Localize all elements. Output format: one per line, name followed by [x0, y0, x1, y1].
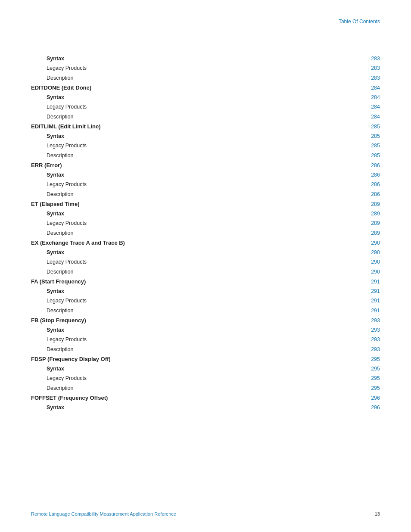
toc-row[interactable]: Syntax285 — [31, 132, 380, 141]
toc-row[interactable]: Syntax286 — [31, 171, 380, 180]
toc-row[interactable]: Description293 — [31, 345, 380, 354]
toc-entry-title: Legacy Products — [31, 296, 87, 305]
toc-entry-page[interactable]: 283 — [368, 54, 380, 63]
toc-row[interactable]: Syntax284 — [31, 93, 380, 102]
toc-row[interactable]: Syntax293 — [31, 326, 380, 335]
toc-entry-page[interactable]: 283 — [368, 74, 380, 83]
toc-row[interactable]: Description289 — [31, 229, 380, 238]
toc-link[interactable]: Table Of Contents — [339, 19, 380, 25]
toc-entry-page[interactable]: 289 — [368, 200, 380, 209]
toc-entry-page[interactable]: 284 — [368, 93, 380, 102]
toc-entry-page[interactable]: 293 — [368, 345, 380, 354]
toc-dots — [75, 118, 366, 118]
toc-entry-page[interactable]: 295 — [368, 384, 380, 393]
page-container: Table Of Contents Syntax283Legacy Produc… — [0, 0, 411, 532]
toc-row[interactable]: Description290 — [31, 268, 380, 277]
toc-entry-page[interactable]: 296 — [368, 394, 380, 403]
toc-row[interactable]: Syntax291 — [31, 287, 380, 296]
toc-row[interactable]: Syntax290 — [31, 248, 380, 257]
toc-dots — [75, 389, 366, 390]
toc-entry-page[interactable]: 284 — [368, 112, 380, 121]
toc-entry-title: Syntax — [31, 93, 64, 102]
toc-row[interactable]: Legacy Products290 — [31, 258, 380, 267]
toc-entry-page[interactable]: 295 — [368, 374, 380, 383]
toc-row[interactable]: Legacy Products295 — [31, 374, 380, 383]
toc-row[interactable]: Legacy Products289 — [31, 219, 380, 228]
toc-row[interactable]: Description285 — [31, 151, 380, 160]
toc-entry-page[interactable]: 296 — [368, 403, 380, 412]
toc-entry-page[interactable]: 285 — [368, 151, 380, 160]
toc-entry-page[interactable]: 285 — [368, 141, 380, 150]
toc-entry-page[interactable]: 290 — [368, 239, 380, 248]
toc-entry-page[interactable]: 291 — [368, 277, 380, 286]
toc-row[interactable]: Description283 — [31, 74, 380, 83]
toc-entry-page[interactable]: 295 — [368, 355, 380, 364]
toc-row[interactable]: Legacy Products285 — [31, 141, 380, 150]
toc-entry-title: EX (Exchange Trace A and Trace B) — [31, 238, 125, 248]
toc-row[interactable]: Syntax283 — [31, 54, 380, 63]
toc-dots — [66, 137, 366, 138]
toc-dots — [109, 399, 366, 400]
toc-entry-page[interactable]: 284 — [368, 84, 380, 93]
toc-entry-page[interactable]: 289 — [368, 219, 380, 228]
toc-row[interactable]: Syntax289 — [31, 209, 380, 218]
toc-entry-page[interactable]: 285 — [368, 132, 380, 141]
toc-row[interactable]: Description284 — [31, 112, 380, 121]
toc-entry-page[interactable]: 290 — [368, 268, 380, 277]
toc-row[interactable]: ET (Elapsed Time)289 — [31, 199, 380, 209]
toc-row[interactable]: Legacy Products291 — [31, 296, 380, 305]
toc-row[interactable]: FOFFSET (Frequency Offset)296 — [31, 393, 380, 403]
toc-dots — [75, 351, 366, 351]
toc-entry-page[interactable]: 286 — [368, 190, 380, 199]
toc-row[interactable]: FA (Start Frequency)291 — [31, 277, 380, 286]
toc-row[interactable]: Legacy Products283 — [31, 64, 380, 73]
footer: Remote Language Compatibility Measuremen… — [31, 511, 380, 516]
toc-row[interactable]: EDITLIML (Edit Limit Line)285 — [31, 122, 380, 131]
toc-entry-page[interactable]: 291 — [368, 306, 380, 315]
toc-entry-title: FA (Start Frequency) — [31, 277, 86, 286]
toc-entry-title: ERR (Error) — [31, 161, 62, 170]
toc-entry-page[interactable]: 293 — [368, 316, 380, 325]
toc-row[interactable]: Legacy Products284 — [31, 103, 380, 112]
toc-dots — [127, 244, 366, 245]
toc-row[interactable]: ERR (Error)286 — [31, 161, 380, 170]
toc-row[interactable]: Syntax296 — [31, 403, 380, 412]
toc-entry-title: ET (Elapsed Time) — [31, 199, 79, 209]
toc-row[interactable]: FB (Stop Frequency)293 — [31, 316, 380, 325]
toc-entry-title: Legacy Products — [31, 374, 87, 383]
toc-entry-page[interactable]: 283 — [368, 64, 380, 73]
toc-entry-title: Syntax — [31, 364, 64, 373]
toc-row[interactable]: Description286 — [31, 190, 380, 199]
toc-entry-title: Description — [31, 384, 74, 393]
toc-row[interactable]: FDSP (Frequency Display Off)295 — [31, 355, 380, 364]
toc-entry-page[interactable]: 291 — [368, 296, 380, 305]
toc-entry-page[interactable]: 286 — [368, 171, 380, 180]
toc-row[interactable]: Legacy Products286 — [31, 180, 380, 189]
toc-row[interactable]: EX (Exchange Trace A and Trace B)290 — [31, 238, 380, 248]
toc-entry-page[interactable]: 286 — [368, 161, 380, 170]
toc-entry-page[interactable]: 293 — [368, 326, 380, 335]
toc-entry-page[interactable]: 286 — [368, 180, 380, 189]
toc-dots — [88, 341, 366, 341]
toc-entry-page[interactable]: 295 — [368, 364, 380, 373]
toc-entry-title: Legacy Products — [31, 258, 87, 267]
toc-entry-page[interactable]: 293 — [368, 335, 380, 344]
toc-entry-page[interactable]: 290 — [368, 248, 380, 257]
toc-row[interactable]: Description291 — [31, 306, 380, 315]
footer-title: Remote Language Compatibility Measuremen… — [31, 511, 176, 516]
toc-entry-page[interactable]: 284 — [368, 103, 380, 112]
toc-entry-page[interactable]: 289 — [368, 209, 380, 218]
toc-row[interactable]: Description295 — [31, 384, 380, 393]
toc-entry-title: FOFFSET (Frequency Offset) — [31, 393, 108, 403]
toc-entry-page[interactable]: 291 — [368, 287, 380, 296]
toc-dots — [88, 302, 366, 302]
toc-row[interactable]: Syntax295 — [31, 364, 380, 373]
toc-entry-page[interactable]: 289 — [368, 229, 380, 238]
toc-row[interactable]: EDITDONE (Edit Done)284 — [31, 83, 380, 93]
toc-dots — [75, 312, 366, 312]
toc-entry-title: Legacy Products — [31, 335, 87, 344]
toc-dots — [88, 224, 366, 225]
toc-row[interactable]: Legacy Products293 — [31, 335, 380, 344]
toc-entry-page[interactable]: 285 — [368, 122, 380, 131]
toc-entry-page[interactable]: 290 — [368, 258, 380, 267]
